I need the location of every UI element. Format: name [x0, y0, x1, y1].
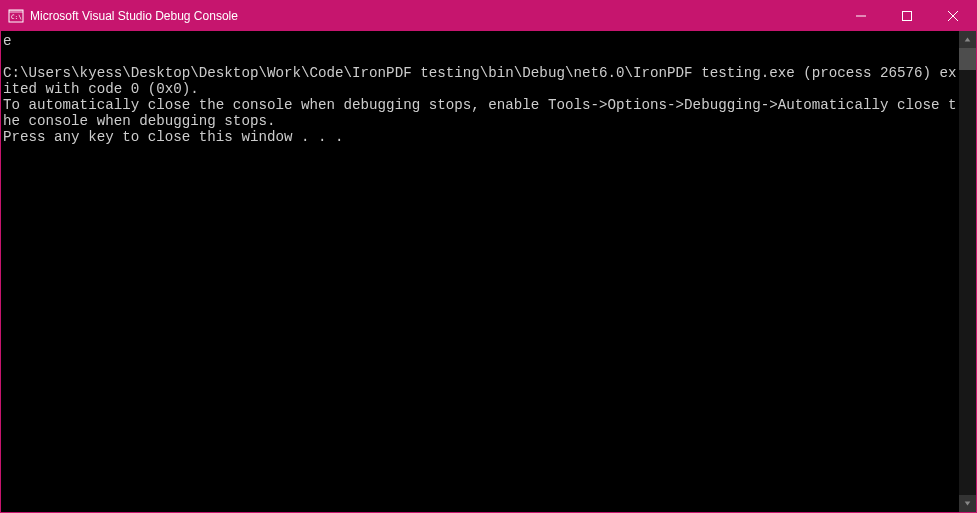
titlebar[interactable]: C:\ Microsoft Visual Studio Debug Consol… — [1, 1, 976, 31]
scroll-down-arrow-icon[interactable] — [959, 495, 976, 512]
console-output[interactable]: e C:\Users\kyess\Desktop\Desktop\Work\Co… — [1, 31, 959, 512]
svg-marker-7 — [965, 37, 971, 41]
scroll-track[interactable] — [959, 48, 976, 495]
app-icon: C:\ — [8, 8, 24, 24]
svg-text:C:\: C:\ — [11, 13, 22, 20]
window-title: Microsoft Visual Studio Debug Console — [30, 9, 838, 23]
console-window: C:\ Microsoft Visual Studio Debug Consol… — [0, 0, 977, 513]
content-area: e C:\Users\kyess\Desktop\Desktop\Work\Co… — [1, 31, 976, 512]
vertical-scrollbar[interactable] — [959, 31, 976, 512]
scroll-up-arrow-icon[interactable] — [959, 31, 976, 48]
close-button[interactable] — [930, 1, 976, 31]
svg-marker-8 — [965, 501, 971, 505]
svg-rect-4 — [903, 12, 912, 21]
window-controls — [838, 1, 976, 31]
minimize-button[interactable] — [838, 1, 884, 31]
scroll-thumb[interactable] — [959, 48, 976, 70]
maximize-button[interactable] — [884, 1, 930, 31]
